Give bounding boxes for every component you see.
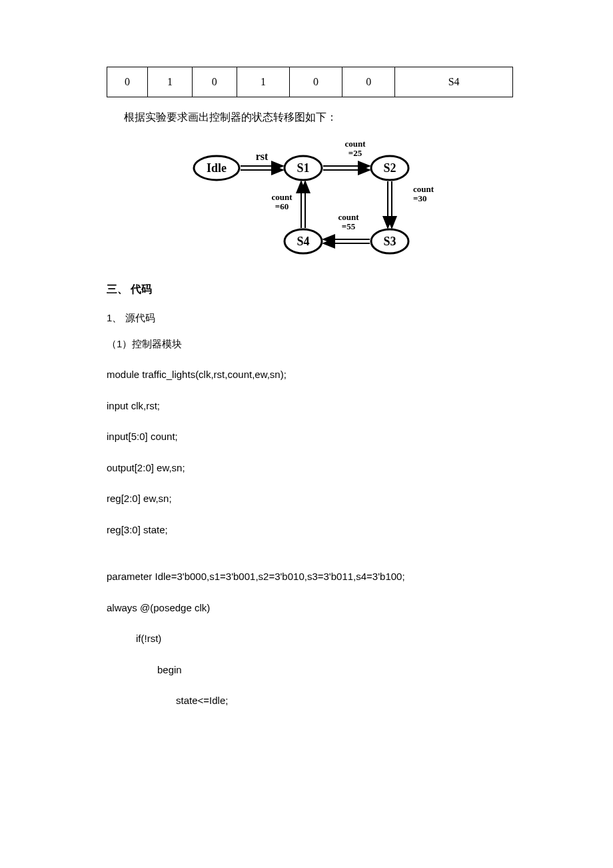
page: 0 1 0 1 0 0 S4 根据实验要求画出控制器的状态转移图如下： Idle… bbox=[0, 0, 613, 868]
heading-code: 三、 代码 bbox=[107, 281, 513, 297]
table-row: 0 1 0 1 0 0 S4 bbox=[107, 67, 513, 97]
cell: 0 bbox=[192, 67, 237, 97]
edge-rst: rst bbox=[256, 151, 269, 162]
edge-count55-a: count bbox=[338, 212, 359, 222]
code-line: reg[3:0] state; bbox=[107, 523, 513, 538]
code-line: output[2:0] ew,sn; bbox=[107, 461, 513, 476]
state-diagram: Idle S1 S2 S4 S3 rst count =25 bbox=[107, 135, 513, 261]
node-s4: S4 bbox=[297, 235, 309, 248]
code-line: input[5:0] count; bbox=[107, 429, 513, 445]
cell: 0 bbox=[342, 67, 395, 97]
cell: S4 bbox=[395, 67, 513, 97]
code-line: begin bbox=[107, 663, 513, 678]
edge-count30-a: count bbox=[413, 184, 434, 194]
node-idle: Idle bbox=[207, 161, 227, 175]
cell: 1 bbox=[237, 67, 289, 97]
node-s3: S3 bbox=[383, 235, 396, 248]
edge-count30-b: =30 bbox=[413, 193, 426, 203]
edge-count25-b: =25 bbox=[348, 148, 362, 158]
state-table: 0 1 0 1 0 0 S4 bbox=[107, 67, 513, 97]
code-line: input clk,rst; bbox=[107, 399, 513, 414]
edge-count25-a: count bbox=[344, 139, 366, 149]
edge-count55-b: =55 bbox=[342, 221, 356, 231]
node-s2: S2 bbox=[383, 161, 396, 175]
node-s1: S1 bbox=[297, 161, 309, 175]
state-diagram-svg: Idle S1 S2 S4 S3 rst count =25 bbox=[183, 135, 436, 261]
code-line: parameter Idle=3'b000,s1=3'b001,s2=3'b01… bbox=[107, 569, 513, 585]
cell: 0 bbox=[290, 67, 342, 97]
code-line: always @(posedge clk) bbox=[107, 601, 513, 616]
cell: 0 bbox=[107, 67, 148, 97]
subheading-source: 1、 源代码 bbox=[107, 311, 513, 326]
diagram-caption: 根据实验要求画出控制器的状态转移图如下： bbox=[124, 109, 513, 125]
code-line: module traffic_lights(clk,rst,count,ew,s… bbox=[107, 367, 513, 383]
code-line: reg[2:0] ew,sn; bbox=[107, 491, 513, 507]
code-line: if(!rst) bbox=[107, 631, 513, 647]
subheading-module: （1）控制器模块 bbox=[107, 337, 513, 352]
code-line: state<=Idle; bbox=[107, 693, 513, 709]
edge-count60-a: count bbox=[271, 192, 293, 202]
edge-count60-b: =60 bbox=[275, 201, 289, 211]
cell: 1 bbox=[147, 67, 192, 97]
